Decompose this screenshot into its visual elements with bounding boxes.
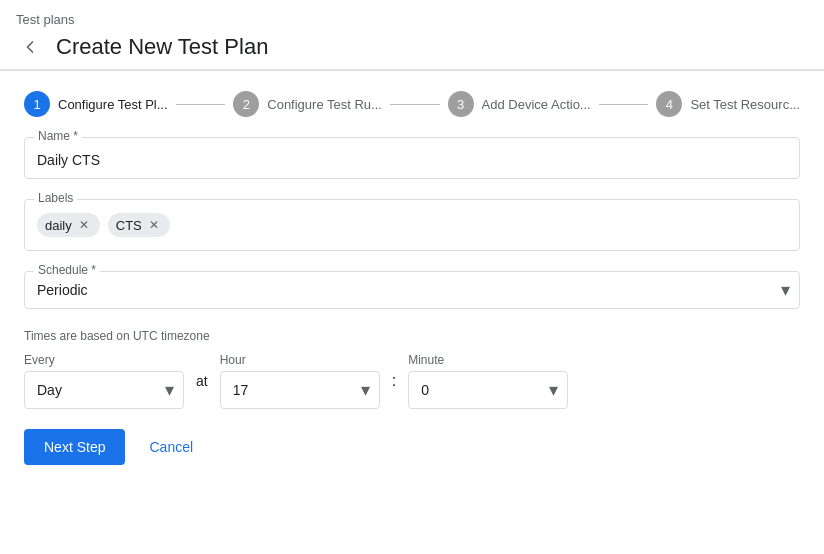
- schedule-select[interactable]: Periodic Once Disabled: [24, 271, 800, 309]
- schedule-field-group: Schedule * Periodic Once Disabled ▾: [24, 271, 800, 309]
- step-4: 4 Set Test Resourc...: [656, 91, 800, 117]
- name-input[interactable]: [24, 137, 800, 179]
- every-field-col: Every Day Hour Week ▾: [24, 353, 184, 409]
- tag-daily-text: daily: [45, 218, 72, 233]
- tag-cts: CTS ✕: [108, 213, 170, 237]
- breadcrumb: Test plans: [16, 12, 808, 27]
- step-1: 1 Configure Test Pl...: [24, 91, 168, 117]
- colon-separator: :: [392, 372, 396, 390]
- actions-bar: Next Step Cancel: [0, 413, 824, 481]
- tag-daily: daily ✕: [37, 213, 100, 237]
- connector-1-2: [176, 104, 226, 105]
- stepper: 1 Configure Test Pl... 2 Configure Test …: [0, 71, 824, 137]
- step-3-label: Add Device Actio...: [482, 97, 591, 112]
- step-2: 2 Configure Test Ru...: [233, 91, 382, 117]
- step-1-circle: 1: [24, 91, 50, 117]
- back-button[interactable]: [16, 33, 44, 61]
- labels-label: Labels: [34, 191, 77, 205]
- timezone-note: Times are based on UTC timezone: [24, 329, 800, 343]
- top-bar: Test plans Create New Test Plan: [0, 0, 824, 70]
- every-select[interactable]: Day Hour Week: [24, 371, 184, 409]
- step-2-circle: 2: [233, 91, 259, 117]
- hour-label: Hour: [220, 353, 380, 367]
- minute-select-wrapper: 051015 20253035 40455055 ▾: [408, 371, 568, 409]
- cancel-button[interactable]: Cancel: [141, 429, 201, 465]
- tag-cts-text: CTS: [116, 218, 142, 233]
- schedule-label: Schedule *: [34, 263, 100, 277]
- step-4-label: Set Test Resourc...: [690, 97, 800, 112]
- minute-field-col: Minute 051015 20253035 40455055 ▾: [408, 353, 568, 409]
- page-title: Create New Test Plan: [56, 34, 268, 60]
- step-2-label: Configure Test Ru...: [267, 97, 382, 112]
- labels-input[interactable]: daily ✕ CTS ✕: [24, 199, 800, 251]
- form-area: Name * Labels daily ✕ CTS ✕ Schedule * P…: [0, 137, 824, 409]
- labels-field-group: Labels daily ✕ CTS ✕: [24, 199, 800, 251]
- minute-label: Minute: [408, 353, 568, 367]
- hour-select-wrapper: 0123 4567 891011 12131415 16171819 20212…: [220, 371, 380, 409]
- step-3-circle: 3: [448, 91, 474, 117]
- at-label: at: [196, 373, 208, 389]
- step-3: 3 Add Device Actio...: [448, 91, 591, 117]
- schedule-row: Every Day Hour Week ▾ at Hour 0123 4567 …: [24, 353, 800, 409]
- minute-select[interactable]: 051015 20253035 40455055: [408, 371, 568, 409]
- tag-daily-remove[interactable]: ✕: [76, 217, 92, 233]
- hour-field-col: Hour 0123 4567 891011 12131415 16171819 …: [220, 353, 380, 409]
- step-1-label: Configure Test Pl...: [58, 97, 168, 112]
- step-4-circle: 4: [656, 91, 682, 117]
- name-label: Name *: [34, 129, 82, 143]
- schedule-select-wrapper: Periodic Once Disabled ▾: [24, 271, 800, 309]
- connector-3-4: [599, 104, 649, 105]
- every-label: Every: [24, 353, 184, 367]
- connector-2-3: [390, 104, 440, 105]
- hour-select[interactable]: 0123 4567 891011 12131415 16171819 20212…: [220, 371, 380, 409]
- tag-cts-remove[interactable]: ✕: [146, 217, 162, 233]
- every-select-wrapper: Day Hour Week ▾: [24, 371, 184, 409]
- name-field-group: Name *: [24, 137, 800, 179]
- next-step-button[interactable]: Next Step: [24, 429, 125, 465]
